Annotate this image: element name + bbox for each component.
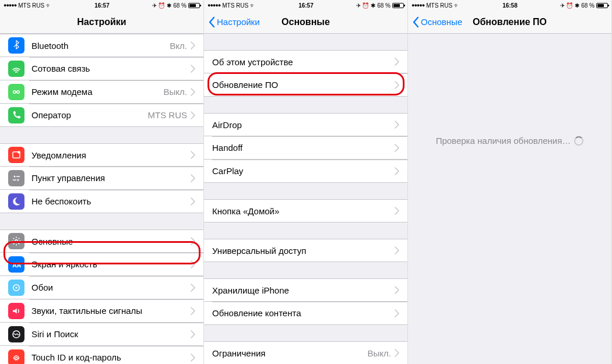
battery-text: 68 % [173,2,187,9]
row-label: Звуки, тактильные сигналы [31,306,191,316]
notify-icon [8,147,24,163]
row-label: Bluetooth [31,41,170,51]
row-label: CarPlay [212,166,395,176]
screen-general: ●●●●● MTS RUS ᯤ 16:57 ✈︎ ⏰ ✱ 68 % Настро… [204,0,408,364]
row-label: Основные [31,236,191,246]
battery-icon [596,3,608,8]
bluetooth-icon [8,37,24,54]
settings-row-gear[interactable]: Основные [0,229,203,253]
back-label: Основные [421,17,462,27]
hotspot-icon [8,84,24,100]
row-label: Кнопка «Домой» [212,206,395,216]
status-bar: ●●●●● MTS RUS ᯤ 16:57 ✈︎ ⏰ ✱ 68 % [0,0,203,10]
settings-row-phone[interactable]: Оператор MTS RUS [0,104,203,127]
back-label: Настройки [217,17,260,27]
settings-row-sound[interactable]: Звуки, тактильные сигналы [0,299,203,323]
row-label: Не беспокоить [31,196,191,206]
settings-row-bluetooth[interactable]: Bluetooth Вкл. [0,34,203,57]
settings-row[interactable]: Обновление ПО [204,73,407,97]
cellular-icon [8,61,24,77]
row-label: Сотовая связь [31,63,191,73]
wifi-icon: ᯤ [46,2,52,9]
nav-bar: Настройки [0,10,203,34]
gear-icon [8,233,24,249]
touchid-icon [8,349,24,365]
settings-row-control[interactable]: Пункт управления [0,167,203,190]
clock: 16:57 [94,2,110,9]
moon-icon [8,193,24,210]
siri-icon [8,326,24,342]
status-bar: ●●●●● MTS RUS ᯤ 16:57 ✈︎ ⏰ ✱ 68 % [204,0,407,10]
screen-software-update: ●●●●● MTS RUS ᯤ 16:58 ✈︎ ⏰ ✱ 68 % Основн… [408,0,612,364]
settings-row-touchid[interactable]: Touch ID и код-пароль [0,346,203,364]
general-list[interactable]: Об этом устройстве Обновление ПО AirDrop… [204,34,407,364]
row-value: MTS RUS [148,110,188,120]
row-label: Обновление ПО [212,80,395,90]
row-label: Siri и Поиск [31,329,191,339]
row-label: Уведомления [31,150,191,160]
status-icons: ✈︎ ⏰ ✱ [152,2,172,9]
row-label: Touch ID и код-пароль [31,352,191,362]
settings-row-wallpaper[interactable]: Обои [0,276,203,299]
settings-row[interactable]: Универсальный доступ [204,239,407,262]
wallpaper-icon [8,280,24,296]
clock: 16:57 [298,2,314,9]
back-button[interactable]: Настройки [209,16,260,28]
wifi-icon: ᯤ [454,2,460,9]
row-label: Оператор [31,110,148,120]
battery-icon [188,3,200,8]
row-label: Режим модема [31,87,164,97]
row-label: AirDrop [212,120,395,130]
row-label: Ограничения [212,348,368,358]
settings-row[interactable]: Кнопка «Домой» [204,199,407,222]
row-label: Экран и яркость [31,259,191,269]
settings-row-aa[interactable]: Экран и яркость [0,253,203,276]
screen-settings: ●●●●● MTS RUS ᯤ 16:57 ✈︎ ⏰ ✱ 68 % Настро… [0,0,204,364]
settings-row[interactable]: Обновление контента [204,302,407,325]
checking-label: Проверка наличия обновления… [436,136,571,146]
row-label: Обновление контента [212,308,395,318]
row-value: Выкл. [368,348,391,358]
clock: 16:58 [502,2,518,9]
row-label: Универсальный доступ [212,246,395,256]
row-label: Обои [31,282,191,292]
aa-icon [8,256,24,273]
spinner-icon [574,136,583,146]
update-checking-area: Проверка наличия обновления… [408,34,611,364]
settings-row[interactable]: AirDrop [204,113,407,136]
nav-bar: Настройки Основные [204,10,407,34]
row-label: Хранилище iPhone [212,285,395,295]
settings-row-cellular[interactable]: Сотовая связь [0,57,203,80]
row-label: Пункт управления [31,173,191,183]
control-icon [8,170,24,186]
settings-row-moon[interactable]: Не беспокоить [0,190,203,213]
battery-icon [392,3,404,8]
row-value: Выкл. [164,87,187,97]
phone-icon [8,107,24,123]
sound-icon [8,303,24,319]
row-label: Об этом устройстве [212,57,395,67]
nav-bar: Основные Обновление ПО [408,10,611,34]
back-button[interactable]: Основные [413,16,462,28]
settings-row[interactable]: Ограничения Выкл. [204,341,407,364]
row-value: Вкл. [170,41,187,51]
settings-row[interactable]: Handoff [204,136,407,160]
settings-list[interactable]: Bluetooth Вкл. Сотовая связь Режим модем… [0,34,203,364]
wifi-icon: ᯤ [250,2,256,9]
settings-row[interactable]: Об этом устройстве [204,50,407,73]
settings-row-siri[interactable]: Siri и Поиск [0,323,203,346]
page-title: Настройки [0,17,203,27]
settings-row[interactable]: CarPlay [204,160,407,183]
row-label: Handoff [212,143,395,153]
carrier-label: MTS RUS [18,2,44,9]
status-bar: ●●●●● MTS RUS ᯤ 16:58 ✈︎ ⏰ ✱ 68 % [408,0,611,10]
settings-row[interactable]: Хранилище iPhone [204,278,407,302]
settings-row-hotspot[interactable]: Режим модема Выкл. [0,80,203,104]
settings-row-notify[interactable]: Уведомления [0,143,203,167]
